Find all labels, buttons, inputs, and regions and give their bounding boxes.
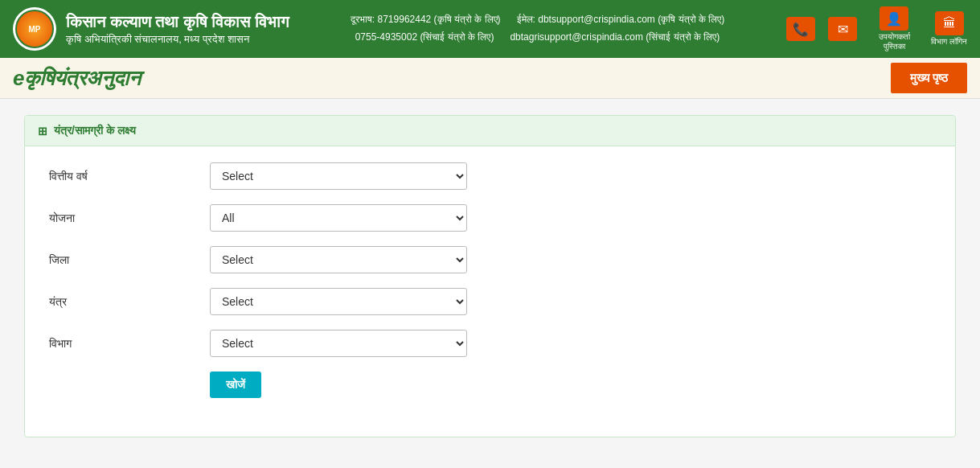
search-button[interactable]: खोजें [210, 372, 261, 398]
email1-text: ईमेल: dbtsupport@crispindia.com (कृषि यं… [517, 14, 725, 25]
header-left: MP किसान कल्याण तथा कृषि विकास विभाग कृष… [13, 7, 289, 51]
email-icon-btn[interactable]: ✉ [828, 17, 857, 41]
org-title: किसान कल्याण तथा कृषि विकास विभाग [66, 11, 289, 32]
user-icon: 👤 [880, 6, 908, 31]
email-icon: ✉ [828, 17, 857, 41]
district-row: जिला Select [49, 246, 931, 273]
financial-year-label: वित्तीय वर्ष [49, 170, 210, 183]
district-select[interactable]: Select [210, 246, 467, 273]
financial-year-select[interactable]: Select [210, 162, 467, 190]
section-header: ⊞ यंत्र/सामग्री के लक्ष्य [25, 116, 955, 146]
navbar: eकृषियंत्रअनुदान मुख्य पृष्ठ [0, 58, 980, 99]
section-title: यंत्र/सामग्री के लक्ष्य [54, 124, 136, 138]
org-logo: MP [13, 7, 56, 51]
yojana-row: योजना All [49, 204, 931, 232]
contact-line2: 0755-4935002 (सिंचाई यंत्रो के लिए) dbta… [289, 29, 786, 47]
header-contact: दूरभाष: 8719962442 (कृषि यंत्रो के लिए) … [289, 11, 786, 46]
user-guide-label: उपयोगकर्ता पुस्तिका [870, 32, 918, 51]
district-label: जिला [49, 253, 210, 267]
yantra-row: यंत्र Select [49, 288, 931, 315]
page-header: MP किसान कल्याण तथा कृषि विकास विभाग कृष… [0, 0, 980, 58]
contact-line1: दूरभाष: 8719962442 (कृषि यंत्रो के लिए) … [289, 11, 786, 29]
vibhag-label: विभाग [49, 337, 210, 351]
dept-login-label: विभाग लॉगिन [931, 37, 967, 47]
org-subtitle: कृषि अभियांत्रिकी संचालनालय, मध्य प्रदेश… [66, 32, 289, 47]
dept-login-btn[interactable]: 🏛 विभाग लॉगिन [931, 11, 967, 47]
search-row: खोजें [49, 372, 931, 398]
yantra-label: यंत्र [49, 295, 210, 309]
building-icon: 🏛 [935, 11, 964, 35]
phone-icon-btn[interactable]: 📞 [786, 17, 815, 41]
grid-icon: ⊞ [38, 125, 47, 138]
user-guide-btn[interactable]: 👤 उपयोगकर्ता पुस्तिका [870, 6, 918, 51]
brand-krishi: कृषियंत्रअनुदान [24, 66, 141, 90]
financial-year-row: वित्तीय वर्ष Select [49, 162, 931, 190]
brand-e: e [13, 66, 24, 90]
yojana-select[interactable]: All [210, 204, 467, 232]
section-box: ⊞ यंत्र/सामग्री के लक्ष्य वित्तीय वर्ष S… [24, 115, 956, 437]
vibhag-select[interactable]: Select [210, 330, 467, 357]
phone-icon: 📞 [786, 17, 815, 41]
form-area: वित्तीय वर्ष Select योजना All जिला Selec… [25, 146, 955, 437]
phone2-text: 0755-4935002 (सिंचाई यंत्रो के लिए) [355, 31, 494, 43]
vibhag-row: विभाग Select [49, 330, 931, 357]
header-right: 📞 ✉ 👤 उपयोगकर्ता पुस्तिका 🏛 विभाग लॉगिन [786, 6, 967, 51]
org-info: किसान कल्याण तथा कृषि विकास विभाग कृषि अ… [66, 11, 289, 47]
yantra-select[interactable]: Select [210, 288, 467, 315]
main-content: ⊞ यंत्र/सामग्री के लक्ष्य वित्तीय वर्ष S… [0, 99, 980, 454]
brand: eकृषियंत्रअनुदान [13, 66, 141, 91]
email2-text: dbtagrisupport@crispindia.com (सिंचाई यं… [510, 31, 720, 43]
logo-inner: MP [15, 10, 54, 48]
phone1-text: दूरभाष: 8719962442 (कृषि यंत्रो के लिए) [351, 14, 501, 25]
yojana-label: योजना [49, 211, 210, 225]
main-page-button[interactable]: मुख्य पृष्ठ [891, 63, 967, 93]
